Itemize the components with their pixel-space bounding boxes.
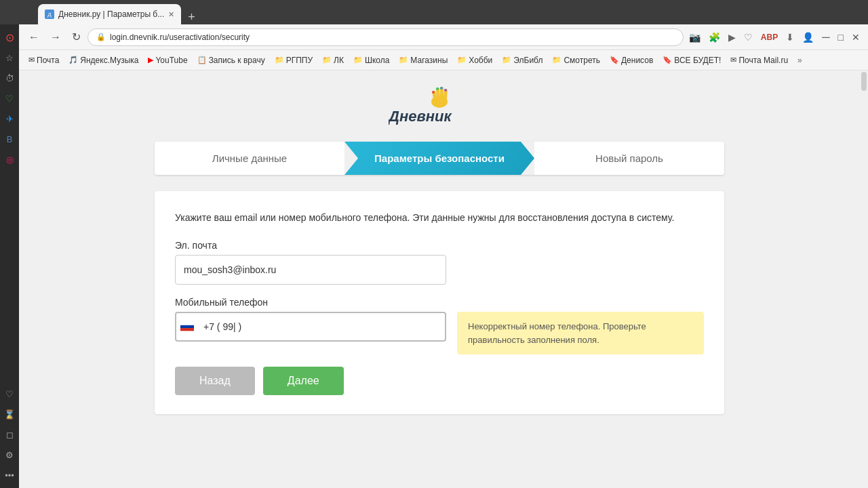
sidebar-more-icon[interactable]: ••• [2,468,17,483]
sidebar-telegram-icon[interactable]: ✈ [2,111,17,126]
sidebar-box-icon[interactable]: ◻ [2,427,17,442]
bookmark-shops[interactable]: 📁 Магазины [395,54,452,66]
sidebar-star-icon[interactable]: ☆ [2,50,17,65]
error-box: Некорректный номер телефона. Проверьте п… [457,312,704,354]
sidebar-opera-icon[interactable]: ⊙ [2,30,17,45]
download-icon[interactable]: ⬇ [783,29,797,45]
extension-icon[interactable]: 🧩 [706,29,723,45]
account-icon[interactable]: 👤 [800,29,816,45]
step-security: Параметры безопасности [344,142,534,175]
bookmark-mailru[interactable]: ✉ Почта Mail.ru [726,54,792,66]
heart-icon[interactable]: ♡ [741,29,755,45]
email-group: Эл. почта [175,240,704,285]
flag-wrapper [180,323,194,331]
youtube-label: YouTube [155,56,187,65]
bookmark-pochta[interactable]: ✉ Почта [24,54,63,66]
phone-row: Некорректный номер телефона. Проверьте п… [175,312,704,354]
form-description: Укажите ваш email или номер мобильного т… [175,210,704,225]
play-icon[interactable]: ▶ [726,29,738,45]
svg-rect-10 [180,323,194,325]
sidebar-settings-icon[interactable]: ⚙ [2,447,17,462]
nav-bar: ← → ↻ 🔒 login.dnevnik.ru/useractivation/… [0,24,868,50]
adblock-icon[interactable]: ABP [758,30,781,45]
svg-point-8 [444,89,447,92]
content-wrapper: Дневник Личные данные Параметры безопасн… [134,70,745,428]
svg-text:Дневник: Дневник [389,108,452,125]
bookmarks-bar: ✉ Почта 🎵 Яндекс.Музыка ▶ YouTube 📋 Запи… [0,50,868,70]
bookmark-doctor[interactable]: 📋 Запись к врачу [193,54,269,66]
sidebar-vk-icon[interactable]: В [2,131,17,146]
svg-rect-11 [180,325,194,328]
form-container: Укажите ваш email или номер мобильного т… [155,191,724,414]
email-label: Эл. почта [175,240,704,251]
dnevnik-logo: Дневник [389,84,490,128]
logo-container: Дневник [155,84,724,128]
russia-flag-icon [180,323,194,331]
sidebar-history-icon[interactable]: ⏱ [2,70,17,85]
svg-rect-12 [180,328,194,331]
page-content: Дневник Личные данные Параметры безопасн… [19,70,860,488]
maximize-button[interactable]: □ [835,32,846,43]
new-tab-button[interactable]: + [181,10,202,24]
buttons-row: Назад Далее [175,367,704,395]
back-button[interactable]: Назад [175,367,255,395]
close-tab-button[interactable]: ✕ [168,10,174,19]
phone-label: Мобильный телефон [175,297,704,308]
nav-icons: 📷 🧩 ▶ ♡ ABP ⬇ 👤 [686,29,816,45]
bookmark-denisov[interactable]: 🔖 Денисов [606,54,657,66]
svg-point-7 [440,87,443,89]
tab-title: Дневник.ру | Параметры б... [58,9,164,19]
bookmark-hobby[interactable]: 📁 Хобби [453,54,496,66]
phone-input-wrapper [175,312,446,342]
scrollbar-track [860,70,868,488]
more-bookmarks-button[interactable]: » [793,54,806,66]
sidebar-instagram-icon[interactable]: ◎ [2,152,17,167]
step-password: Новый пароль [534,142,724,175]
steps-bar: Личные данные Параметры безопасности Нов… [155,142,724,175]
title-bar: Д Дневник.ру | Параметры б... ✕ + [0,0,868,24]
bookmark-elbib[interactable]: 📁 ЭлБибл [498,54,547,66]
sidebar-heart-icon[interactable]: ♡ [2,91,17,106]
forward-button[interactable]: → [46,28,65,46]
address-bar[interactable]: 🔒 login.dnevnik.ru/useractivation/securi… [87,28,684,46]
bookmark-vse[interactable]: 🔖 ВСЕ БУДЕТ! [658,54,725,66]
phone-group: Мобильный телефон [175,297,704,354]
bookmark-lk[interactable]: 📁 ЛК [318,54,348,66]
next-button[interactable]: Далее [263,367,344,395]
tab-favicon: Д [45,9,54,19]
url-text: login.dnevnik.ru/useractivation/security [110,33,250,42]
scrollbar-thumb[interactable] [861,72,867,91]
back-button[interactable]: ← [24,28,43,46]
bookmark-rgppu[interactable]: 📁 РГППУ [271,54,317,66]
bookmark-yandex-music[interactable]: 🎵 Яндекс.Музыка [64,54,142,66]
lock-icon: 🔒 [96,33,106,41]
camera-icon[interactable]: 📷 [686,29,703,45]
svg-point-4 [431,96,448,108]
bookmark-watch[interactable]: 📁 Смотреть [548,54,604,66]
phone-input[interactable] [175,312,446,342]
svg-point-6 [436,87,439,90]
svg-point-5 [432,91,435,94]
step-personal: Личные данные [155,142,344,175]
minimize-button[interactable]: ─ [819,31,832,43]
browser-sidebar: ⊙ ☆ ⏱ ♡ ✈ В ◎ ♡ ⌛ ◻ ⚙ ••• [0,24,19,488]
active-tab[interactable]: Д Дневник.ру | Параметры б... ✕ [38,4,181,24]
refresh-button[interactable]: ↻ [68,28,85,46]
sidebar-clock2-icon[interactable]: ⌛ [2,407,17,422]
close-window-button[interactable]: ✕ [849,32,863,43]
bookmark-school[interactable]: 📁 Школа [349,54,393,66]
sidebar-love-icon[interactable]: ♡ [2,386,17,401]
email-input[interactable] [175,255,446,285]
bookmark-youtube[interactable]: ▶ YouTube [144,54,191,66]
